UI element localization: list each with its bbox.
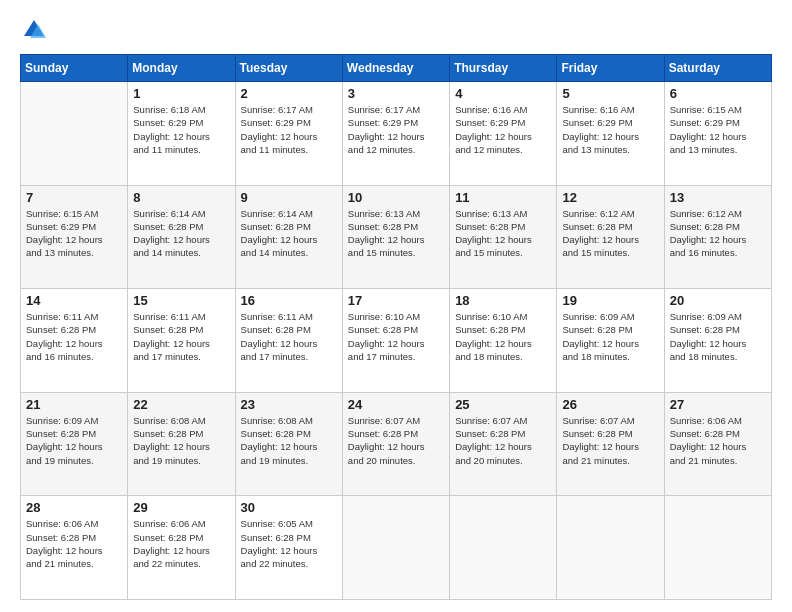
calendar-week-row: 28Sunrise: 6:06 AM Sunset: 6:28 PM Dayli… (21, 496, 772, 600)
day-info: Sunrise: 6:11 AM Sunset: 6:28 PM Dayligh… (241, 310, 337, 363)
day-info: Sunrise: 6:07 AM Sunset: 6:28 PM Dayligh… (562, 414, 658, 467)
day-number: 9 (241, 190, 337, 205)
weekday-header-thursday: Thursday (450, 55, 557, 82)
day-number: 23 (241, 397, 337, 412)
day-info: Sunrise: 6:06 AM Sunset: 6:28 PM Dayligh… (26, 517, 122, 570)
day-number: 20 (670, 293, 766, 308)
calendar-cell: 29Sunrise: 6:06 AM Sunset: 6:28 PM Dayli… (128, 496, 235, 600)
calendar-cell: 16Sunrise: 6:11 AM Sunset: 6:28 PM Dayli… (235, 289, 342, 393)
day-info: Sunrise: 6:06 AM Sunset: 6:28 PM Dayligh… (670, 414, 766, 467)
day-info: Sunrise: 6:05 AM Sunset: 6:28 PM Dayligh… (241, 517, 337, 570)
calendar-cell: 27Sunrise: 6:06 AM Sunset: 6:28 PM Dayli… (664, 392, 771, 496)
calendar-cell: 23Sunrise: 6:08 AM Sunset: 6:28 PM Dayli… (235, 392, 342, 496)
day-number: 14 (26, 293, 122, 308)
day-number: 6 (670, 86, 766, 101)
day-number: 19 (562, 293, 658, 308)
day-number: 15 (133, 293, 229, 308)
calendar-cell: 6Sunrise: 6:15 AM Sunset: 6:29 PM Daylig… (664, 82, 771, 186)
day-number: 27 (670, 397, 766, 412)
day-number: 29 (133, 500, 229, 515)
day-info: Sunrise: 6:12 AM Sunset: 6:28 PM Dayligh… (670, 207, 766, 260)
day-number: 13 (670, 190, 766, 205)
calendar-cell: 13Sunrise: 6:12 AM Sunset: 6:28 PM Dayli… (664, 185, 771, 289)
page: SundayMondayTuesdayWednesdayThursdayFrid… (0, 0, 792, 612)
calendar-cell: 11Sunrise: 6:13 AM Sunset: 6:28 PM Dayli… (450, 185, 557, 289)
day-number: 17 (348, 293, 444, 308)
calendar-cell: 14Sunrise: 6:11 AM Sunset: 6:28 PM Dayli… (21, 289, 128, 393)
weekday-header-monday: Monday (128, 55, 235, 82)
calendar-cell: 2Sunrise: 6:17 AM Sunset: 6:29 PM Daylig… (235, 82, 342, 186)
weekday-header-sunday: Sunday (21, 55, 128, 82)
day-info: Sunrise: 6:07 AM Sunset: 6:28 PM Dayligh… (348, 414, 444, 467)
weekday-header-wednesday: Wednesday (342, 55, 449, 82)
calendar-cell: 17Sunrise: 6:10 AM Sunset: 6:28 PM Dayli… (342, 289, 449, 393)
calendar-header-row: SundayMondayTuesdayWednesdayThursdayFrid… (21, 55, 772, 82)
day-number: 11 (455, 190, 551, 205)
calendar-cell (557, 496, 664, 600)
calendar-cell: 7Sunrise: 6:15 AM Sunset: 6:29 PM Daylig… (21, 185, 128, 289)
calendar-cell: 30Sunrise: 6:05 AM Sunset: 6:28 PM Dayli… (235, 496, 342, 600)
day-number: 28 (26, 500, 122, 515)
logo-icon (20, 16, 48, 44)
calendar-cell: 26Sunrise: 6:07 AM Sunset: 6:28 PM Dayli… (557, 392, 664, 496)
calendar-cell: 8Sunrise: 6:14 AM Sunset: 6:28 PM Daylig… (128, 185, 235, 289)
calendar-table: SundayMondayTuesdayWednesdayThursdayFrid… (20, 54, 772, 600)
calendar-cell: 4Sunrise: 6:16 AM Sunset: 6:29 PM Daylig… (450, 82, 557, 186)
day-info: Sunrise: 6:08 AM Sunset: 6:28 PM Dayligh… (241, 414, 337, 467)
day-number: 5 (562, 86, 658, 101)
day-number: 4 (455, 86, 551, 101)
calendar-cell: 15Sunrise: 6:11 AM Sunset: 6:28 PM Dayli… (128, 289, 235, 393)
calendar-cell: 20Sunrise: 6:09 AM Sunset: 6:28 PM Dayli… (664, 289, 771, 393)
day-number: 26 (562, 397, 658, 412)
calendar-cell: 9Sunrise: 6:14 AM Sunset: 6:28 PM Daylig… (235, 185, 342, 289)
day-number: 2 (241, 86, 337, 101)
day-info: Sunrise: 6:09 AM Sunset: 6:28 PM Dayligh… (26, 414, 122, 467)
calendar-cell (450, 496, 557, 600)
day-info: Sunrise: 6:06 AM Sunset: 6:28 PM Dayligh… (133, 517, 229, 570)
day-number: 30 (241, 500, 337, 515)
day-info: Sunrise: 6:10 AM Sunset: 6:28 PM Dayligh… (348, 310, 444, 363)
day-info: Sunrise: 6:08 AM Sunset: 6:28 PM Dayligh… (133, 414, 229, 467)
day-number: 16 (241, 293, 337, 308)
day-number: 25 (455, 397, 551, 412)
day-info: Sunrise: 6:17 AM Sunset: 6:29 PM Dayligh… (241, 103, 337, 156)
calendar-cell: 25Sunrise: 6:07 AM Sunset: 6:28 PM Dayli… (450, 392, 557, 496)
calendar-cell: 19Sunrise: 6:09 AM Sunset: 6:28 PM Dayli… (557, 289, 664, 393)
day-number: 8 (133, 190, 229, 205)
day-info: Sunrise: 6:07 AM Sunset: 6:28 PM Dayligh… (455, 414, 551, 467)
weekday-header-tuesday: Tuesday (235, 55, 342, 82)
day-info: Sunrise: 6:09 AM Sunset: 6:28 PM Dayligh… (670, 310, 766, 363)
calendar-cell (21, 82, 128, 186)
day-info: Sunrise: 6:14 AM Sunset: 6:28 PM Dayligh… (241, 207, 337, 260)
day-info: Sunrise: 6:13 AM Sunset: 6:28 PM Dayligh… (455, 207, 551, 260)
day-info: Sunrise: 6:14 AM Sunset: 6:28 PM Dayligh… (133, 207, 229, 260)
calendar-cell: 12Sunrise: 6:12 AM Sunset: 6:28 PM Dayli… (557, 185, 664, 289)
day-info: Sunrise: 6:11 AM Sunset: 6:28 PM Dayligh… (133, 310, 229, 363)
day-info: Sunrise: 6:16 AM Sunset: 6:29 PM Dayligh… (562, 103, 658, 156)
calendar-week-row: 21Sunrise: 6:09 AM Sunset: 6:28 PM Dayli… (21, 392, 772, 496)
day-info: Sunrise: 6:18 AM Sunset: 6:29 PM Dayligh… (133, 103, 229, 156)
day-number: 7 (26, 190, 122, 205)
day-info: Sunrise: 6:16 AM Sunset: 6:29 PM Dayligh… (455, 103, 551, 156)
day-number: 3 (348, 86, 444, 101)
calendar-cell: 21Sunrise: 6:09 AM Sunset: 6:28 PM Dayli… (21, 392, 128, 496)
day-number: 1 (133, 86, 229, 101)
day-info: Sunrise: 6:09 AM Sunset: 6:28 PM Dayligh… (562, 310, 658, 363)
day-info: Sunrise: 6:10 AM Sunset: 6:28 PM Dayligh… (455, 310, 551, 363)
calendar-cell (664, 496, 771, 600)
day-info: Sunrise: 6:11 AM Sunset: 6:28 PM Dayligh… (26, 310, 122, 363)
calendar-cell: 28Sunrise: 6:06 AM Sunset: 6:28 PM Dayli… (21, 496, 128, 600)
calendar-cell: 1Sunrise: 6:18 AM Sunset: 6:29 PM Daylig… (128, 82, 235, 186)
weekday-header-friday: Friday (557, 55, 664, 82)
calendar-cell: 5Sunrise: 6:16 AM Sunset: 6:29 PM Daylig… (557, 82, 664, 186)
day-number: 21 (26, 397, 122, 412)
calendar-cell: 3Sunrise: 6:17 AM Sunset: 6:29 PM Daylig… (342, 82, 449, 186)
day-info: Sunrise: 6:17 AM Sunset: 6:29 PM Dayligh… (348, 103, 444, 156)
day-number: 24 (348, 397, 444, 412)
day-number: 22 (133, 397, 229, 412)
calendar-cell: 10Sunrise: 6:13 AM Sunset: 6:28 PM Dayli… (342, 185, 449, 289)
calendar-cell: 24Sunrise: 6:07 AM Sunset: 6:28 PM Dayli… (342, 392, 449, 496)
day-info: Sunrise: 6:12 AM Sunset: 6:28 PM Dayligh… (562, 207, 658, 260)
day-info: Sunrise: 6:15 AM Sunset: 6:29 PM Dayligh… (26, 207, 122, 260)
day-info: Sunrise: 6:15 AM Sunset: 6:29 PM Dayligh… (670, 103, 766, 156)
